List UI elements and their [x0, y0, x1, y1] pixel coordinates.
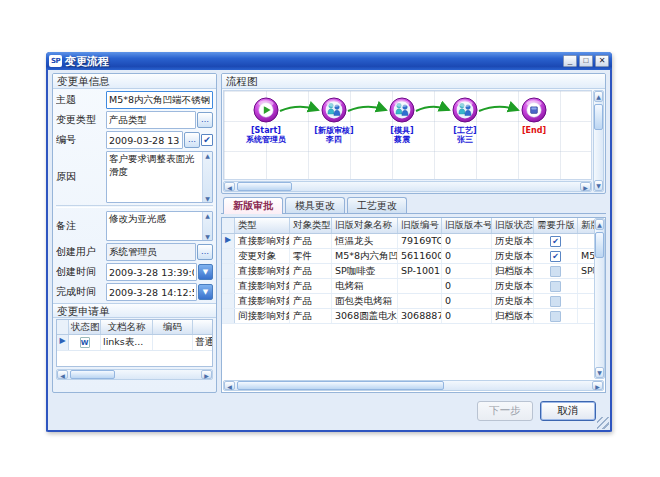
resize-grip[interactable] [597, 417, 609, 429]
change-type-ellipsis-button[interactable]: … [197, 112, 213, 128]
scroll-left-icon[interactable]: ◀ [224, 381, 235, 390]
create-time-dropdown-icon[interactable]: ▼ [198, 264, 213, 280]
creator-label: 创建用户 [56, 245, 106, 259]
grid-cell: 变更对象 [235, 249, 290, 263]
create-time-input[interactable] [106, 263, 197, 281]
finish-time-dropdown-icon[interactable]: ▼ [198, 284, 213, 300]
table-row[interactable]: 直接影响对象产品面包类电烤箱0历史版本 [222, 294, 594, 309]
scroll-down-icon[interactable]: ▼ [595, 367, 604, 378]
flow-node-start[interactable]: [Start]系统管理员 [230, 97, 302, 144]
scroll-right-icon[interactable]: ▶ [592, 381, 603, 390]
grid-cell [578, 294, 594, 308]
scroll-up-icon[interactable]: ▲ [205, 152, 210, 159]
table-row[interactable]: 变更对象零件M5*8内六角凹...56116000历史版本✔M5*8 [222, 249, 594, 264]
reason-textarea[interactable]: 客户要求调整表面光滑度 [107, 152, 202, 202]
number-input[interactable] [106, 131, 183, 149]
grid-column-header[interactable]: 旧版对象名称 [332, 218, 398, 233]
list-item[interactable]: ▶Wlinks表...普通 [57, 335, 212, 351]
scroll-thumb[interactable] [594, 104, 603, 130]
flow-vscrollbar[interactable]: ▲ ▼ [593, 90, 604, 192]
request-list-hscrollbar[interactable]: ◀ ▶ [56, 369, 213, 380]
remark-textarea[interactable]: 修改为亚光感 [107, 212, 202, 240]
scroll-down-icon[interactable]: ▼ [205, 233, 210, 240]
scroll-left-icon[interactable]: ◀ [224, 182, 235, 191]
row-indicator [222, 249, 235, 263]
upgrade-checkbox[interactable] [550, 311, 561, 322]
upgrade-checkbox[interactable] [550, 281, 561, 292]
minimize-icon[interactable]: _ [563, 55, 577, 67]
flow-chart-canvas[interactable]: [Start]系统管理员 [新版审核]李四 [模具]蔡震 [工艺]张三 [End… [223, 90, 592, 180]
remark-scrollbar[interactable]: ▲▼ [202, 212, 212, 240]
close-icon[interactable]: ✕ [595, 55, 609, 67]
grid-column-header[interactable]: 旧版编号 [398, 218, 442, 233]
subject-input[interactable] [106, 91, 213, 109]
tab-1[interactable]: 新版审批 [223, 197, 283, 214]
scroll-thumb[interactable] [70, 370, 115, 379]
grid-cell: 产品 [290, 264, 332, 278]
scroll-thumb[interactable] [595, 232, 604, 258]
upgrade-checkbox[interactable] [550, 266, 561, 277]
maximize-icon[interactable]: □ [579, 55, 593, 67]
window-titlebar[interactable]: SP 变更流程 _ □ ✕ [46, 52, 612, 70]
tab-2[interactable]: 模具更改 [285, 197, 345, 213]
creator-ellipsis-button[interactable]: … [197, 244, 213, 260]
request-column-header[interactable]: 文档名称 [101, 320, 153, 334]
creator-input[interactable] [106, 243, 196, 261]
scroll-left-icon[interactable]: ◀ [57, 370, 68, 379]
grid-cell: 历史版本 [492, 279, 534, 293]
number-checkbox[interactable]: ✔ [201, 134, 213, 146]
flow-node-end[interactable]: [End] [498, 97, 570, 135]
window-controls: _ □ ✕ [563, 55, 609, 67]
flow-node-users-2[interactable]: [模具]蔡震 [366, 97, 438, 144]
reason-label: 原因 [56, 170, 106, 184]
flow-node-users-1[interactable]: [新版审核]李四 [298, 97, 370, 144]
upgrade-checkbox[interactable]: ✔ [550, 251, 561, 262]
node-tag: [新版审核] [298, 126, 370, 135]
table-row[interactable]: 直接影响对象产品SP咖啡壶SP-10010归档版本SP咖 [222, 264, 594, 279]
scroll-right-icon[interactable]: ▶ [580, 182, 591, 191]
upgrade-checkbox[interactable]: ✔ [550, 236, 561, 247]
field-remark: 备注 修改为亚光感 ▲▼ [56, 211, 213, 241]
grid-column-header[interactable]: 旧版状态 [492, 218, 534, 233]
table-row[interactable]: 间接影响对象产品3068圆盖电水壶30688870归档版本 [222, 309, 594, 324]
cancel-button[interactable]: 取消 [540, 401, 596, 421]
tab-3[interactable]: 工艺更改 [347, 197, 407, 213]
scroll-down-icon[interactable]: ▼ [205, 195, 210, 202]
grid-column-header[interactable]: 类型 [235, 218, 290, 233]
grid-hscrollbar[interactable]: ◀ ▶ [223, 380, 604, 391]
grid-cell: 0 [442, 309, 492, 323]
next-button[interactable]: 下一步 [477, 401, 533, 421]
finish-time-input[interactable] [106, 283, 197, 301]
scroll-down-icon[interactable]: ▼ [594, 180, 603, 191]
remark-label: 备注 [56, 219, 106, 233]
number-ellipsis-button[interactable]: … [184, 132, 200, 148]
grid-cell: 0 [442, 249, 492, 263]
number-label: 编号 [56, 133, 106, 147]
section-divider [56, 205, 213, 208]
scroll-thumb[interactable] [237, 182, 292, 191]
scroll-right-icon[interactable]: ▶ [201, 370, 212, 379]
scroll-thumb[interactable] [237, 381, 444, 390]
grid-column-header[interactable]: 对象类型 [290, 218, 332, 233]
change-type-input[interactable] [106, 111, 196, 129]
request-column-header[interactable] [193, 320, 213, 334]
grid-cell: 0 [442, 264, 492, 278]
flow-node-users-3[interactable]: [工艺]张三 [429, 97, 501, 144]
request-column-header[interactable]: 状态图 [69, 320, 101, 334]
request-column-header[interactable]: 编码 [153, 320, 193, 334]
grid-cell: SP咖啡壶 [332, 264, 398, 278]
app-icon: SP [49, 55, 62, 67]
reason-scrollbar[interactable]: ▲▼ [202, 152, 212, 202]
upgrade-checkbox[interactable] [550, 296, 561, 307]
grid-column-header[interactable]: 旧版版本号 [442, 218, 492, 233]
flow-hscrollbar[interactable]: ◀ ▶ [223, 181, 592, 192]
grid-column-header[interactable]: 新版 [578, 218, 594, 233]
request-header-row: 状态图文档名称编码 [57, 320, 212, 335]
table-row[interactable]: ▶直接影响对象产品恒温龙头79169TC0历史版本✔ [222, 234, 594, 249]
scroll-up-icon[interactable]: ▲ [595, 219, 604, 230]
table-row[interactable]: 直接影响对象产品电烤箱0历史版本 [222, 279, 594, 294]
grid-vscrollbar[interactable]: ▲ ▼ [594, 218, 605, 379]
scroll-up-icon[interactable]: ▲ [594, 91, 603, 102]
grid-column-header[interactable]: 需要升版 [534, 218, 578, 233]
scroll-up-icon[interactable]: ▲ [205, 212, 210, 219]
